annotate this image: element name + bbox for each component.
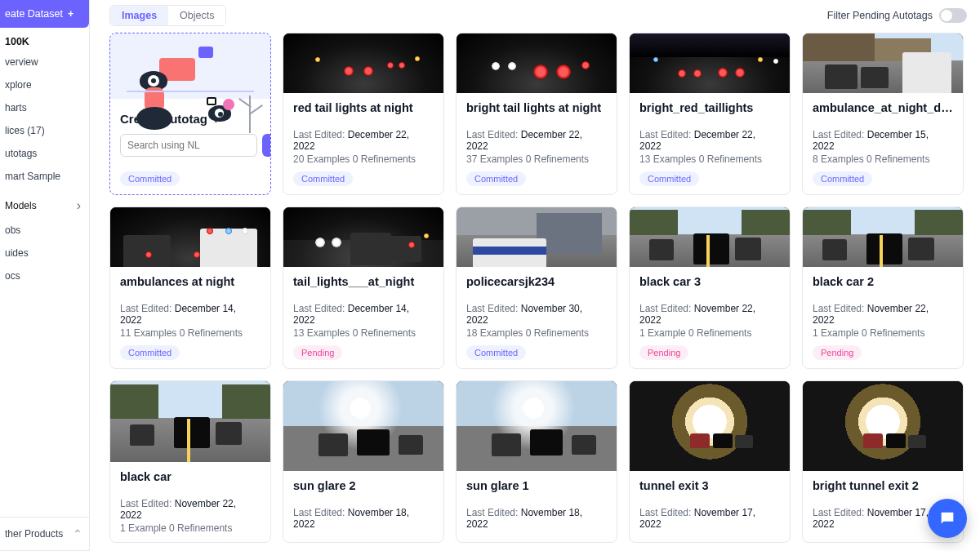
autotag-title: sun glare 2 xyxy=(293,479,434,492)
status-badge: Committed xyxy=(120,345,180,360)
main: Images Objects Filter Pending Autotags xyxy=(90,0,980,551)
status-badge: Pending xyxy=(293,345,342,360)
autotag-title: black car 2 xyxy=(813,275,953,288)
nl-search-input[interactable] xyxy=(120,134,257,157)
autotag-counts: 20 Examples 0 Refinements xyxy=(293,153,434,165)
autotag-last-edited: Last Edited: November 18, 2022 xyxy=(466,507,607,530)
status-badge: Committed xyxy=(466,345,526,360)
autotag-last-edited: Last Edited: November 18, 2022 xyxy=(293,507,434,530)
sidebar-item-label: uides xyxy=(5,247,29,259)
autotag-card[interactable]: policecarsjk234Last Edited: November 30,… xyxy=(456,207,617,369)
autotag-card[interactable]: sun glare 2Last Edited: November 18, 202… xyxy=(283,380,444,543)
autotag-card[interactable]: black car 3Last Edited: November 22, 202… xyxy=(629,207,791,369)
autotag-card[interactable]: red tail lights at nightLast Edited: Dec… xyxy=(283,33,444,195)
autotag-title: sun glare 1 xyxy=(466,479,607,492)
autotag-counts: 11 Examples 0 Refinements xyxy=(120,327,261,339)
autotag-title: red tail lights at night xyxy=(293,101,434,114)
status-badge: Committed xyxy=(639,171,699,186)
autotag-card[interactable]: bright_red_taillightsLast Edited: Decemb… xyxy=(629,33,791,195)
autotag-last-edited: Last Edited: November 22, 2022 xyxy=(120,498,261,521)
tab-images[interactable]: Images xyxy=(110,6,168,25)
sidebar-item[interactable]: ocs xyxy=(0,264,89,287)
nl-search-button[interactable]: Search xyxy=(262,134,271,157)
sidebar-item-label: Models xyxy=(5,200,37,211)
sidebar-footer-label: ther Products xyxy=(5,528,63,540)
autotag-last-edited: Last Edited: November 22, 2022 xyxy=(639,303,780,326)
sidebar-item[interactable]: xplore xyxy=(0,73,89,96)
chevron-up-icon xyxy=(73,527,82,540)
create-autotag-illustration xyxy=(110,33,270,99)
dataset-name-header: 100K xyxy=(0,28,89,51)
status-badge: Committed xyxy=(813,171,872,186)
sidebar-item-label: obs xyxy=(5,224,20,236)
autotag-counts: 1 Example 0 Refinements xyxy=(639,327,780,339)
other-products-button[interactable]: ther Products xyxy=(0,517,89,550)
autotag-counts: 37 Examples 0 Refinements xyxy=(466,153,607,165)
autotag-title: tail_lights___at_night xyxy=(293,275,434,288)
sidebar-item-models[interactable]: Models xyxy=(0,193,89,219)
sidebar-item[interactable]: harts xyxy=(0,96,89,119)
autotag-last-edited: Last Edited: December 14, 2022 xyxy=(293,303,434,326)
autotag-title: ambulances at night xyxy=(120,275,261,288)
create-dataset-button[interactable]: eate Dataset + xyxy=(0,0,89,28)
help-chat-button[interactable] xyxy=(928,499,967,538)
autotag-counts: 13 Examples 0 Refinements xyxy=(293,327,434,339)
sidebar-item-label: harts xyxy=(5,102,27,113)
autotag-counts: 1 Example 0 Refinements xyxy=(813,327,953,339)
autotag-title: tunnel exit 3 xyxy=(639,479,780,492)
autotag-last-edited: Last Edited: November 30, 2022 xyxy=(466,303,607,326)
autotag-card[interactable]: ambulances at nightLast Edited: December… xyxy=(109,207,271,369)
status-badge: Pending xyxy=(813,345,862,360)
autotag-counts: 13 Examples 0 Refinements xyxy=(639,153,780,165)
status-badge: Committed xyxy=(466,171,526,186)
chevron-right-icon xyxy=(77,198,81,213)
autotag-counts: 1 Example 0 Refinements xyxy=(120,522,261,534)
autotag-last-edited: Last Edited: November 22, 2022 xyxy=(813,303,953,326)
autotag-title: bright_red_taillights xyxy=(639,101,780,114)
sidebar: eate Dataset + 100K verviewxplorehartsli… xyxy=(0,0,90,551)
create-autotag-card: Create Autotag + Search Committed xyxy=(109,33,271,195)
topbar: Images Objects Filter Pending Autotags xyxy=(109,0,967,33)
autotag-last-edited: Last Edited: November 17, 2022 xyxy=(639,507,780,530)
autotag-last-edited: Last Edited: December 14, 2022 xyxy=(120,303,261,326)
autotag-card[interactable]: tail_lights___at_nightLast Edited: Decem… xyxy=(283,207,444,369)
autotag-card[interactable]: sun glare 1Last Edited: November 18, 202… xyxy=(456,380,617,543)
filter-pending-autotags: Filter Pending Autotags xyxy=(827,8,967,23)
sidebar-item-label: lices (17) xyxy=(5,125,45,136)
autotag-title: bright tail lights at night xyxy=(466,101,607,114)
sidebar-item[interactable]: utotags xyxy=(0,142,89,165)
tab-objects[interactable]: Objects xyxy=(168,6,225,25)
autotag-grid: Create Autotag + Search Committed red ta… xyxy=(109,33,967,551)
status-badge: Committed xyxy=(120,171,180,186)
sidebar-item[interactable]: obs xyxy=(0,219,89,242)
sidebar-item[interactable]: verview xyxy=(0,51,89,73)
autotag-title: black car 3 xyxy=(639,275,780,288)
autotag-counts: 8 Examples 0 Refinements xyxy=(813,153,953,165)
sidebar-item[interactable]: lices (17) xyxy=(0,119,89,142)
plus-icon: + xyxy=(68,8,74,20)
autotag-last-edited: Last Edited: December 22, 2022 xyxy=(466,129,607,152)
autotag-last-edited: Last Edited: December 22, 2022 xyxy=(639,129,780,152)
autotag-card[interactable]: black car 2Last Edited: November 22, 202… xyxy=(802,207,964,369)
autotag-title: ambulance_at_night_demo_5 xyxy=(813,101,953,114)
filter-pending-toggle[interactable] xyxy=(939,8,967,23)
autotag-card[interactable]: tunnel exit 3Last Edited: November 17, 2… xyxy=(629,380,791,543)
autotag-title: black car xyxy=(120,470,261,483)
autotag-card[interactable]: bright tail lights at nightLast Edited: … xyxy=(456,33,617,195)
sidebar-item-label: ocs xyxy=(5,270,20,282)
sidebar-item[interactable]: uides xyxy=(0,242,89,264)
autotag-title: policecarsjk234 xyxy=(466,275,607,288)
sidebar-item-label: xplore xyxy=(5,79,32,91)
autotag-title: bright tunnel exit 2 xyxy=(813,479,953,492)
autotag-last-edited: Last Edited: December 22, 2022 xyxy=(293,129,434,152)
tabs: Images Objects xyxy=(109,5,226,26)
autotag-last-edited: Last Edited: December 15, 2022 xyxy=(813,129,953,152)
autotag-card[interactable]: black carLast Edited: November 22, 20221… xyxy=(109,380,271,543)
sidebar-item-label: utotags xyxy=(5,148,37,159)
autotag-counts: 18 Examples 0 Refinements xyxy=(466,327,607,339)
sidebar-item-label: verview xyxy=(5,56,38,68)
create-dataset-label: eate Dataset xyxy=(5,8,63,20)
sidebar-item[interactable]: mart Sample xyxy=(0,165,89,188)
filter-pending-label: Filter Pending Autotags xyxy=(827,10,933,21)
autotag-card[interactable]: ambulance_at_night_demo_5Last Edited: De… xyxy=(802,33,964,195)
